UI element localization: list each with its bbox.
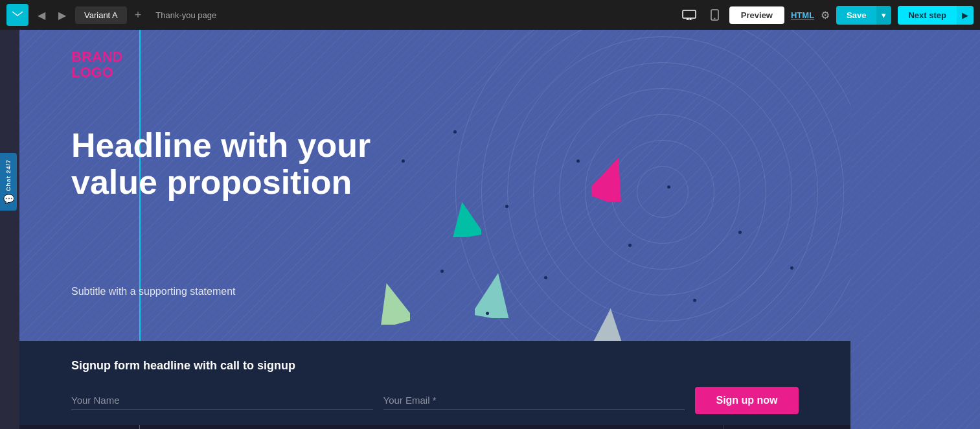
brand-logo[interactable]: BRAND LOGO [71, 49, 122, 80]
hero-subtitle: Subtitle with a supporting statement [71, 286, 235, 297]
save-dropdown-button[interactable]: ▾ [876, 6, 891, 25]
save-button[interactable]: Save [836, 6, 876, 25]
dot-2 [453, 130, 457, 133]
undo-button[interactable]: ◀ [34, 6, 49, 24]
hero-section: BRAND LOGO Headline with your value prop… [19, 30, 850, 341]
nextstep-button[interactable]: Next step [898, 6, 957, 25]
side-panel: Chat 24/7 💬 [0, 30, 19, 429]
chat-label: Chat 24/7 [5, 159, 12, 191]
right-panel-extended [850, 30, 980, 429]
dot-9 [440, 270, 444, 273]
nextstep-arrow-button[interactable]: ▶ [957, 6, 974, 25]
settings-button[interactable]: ⚙ [821, 9, 830, 21]
dot-1 [402, 159, 405, 163]
dot-3 [505, 205, 508, 208]
dot-11 [738, 231, 742, 234]
page-content: BRAND LOGO Headline with your value prop… [19, 30, 850, 429]
svg-marker-9 [374, 283, 410, 325]
chat-widget[interactable]: Chat 24/7 💬 [0, 153, 17, 211]
thankyou-tab[interactable]: Thank-you page [149, 6, 223, 24]
svg-marker-10 [475, 273, 514, 318]
canvas-wrapper: Chat 24/7 💬 BR [0, 30, 980, 429]
circle-8 [637, 166, 689, 218]
signup-submit-button[interactable]: Sign up now [695, 387, 799, 414]
dot-6 [628, 244, 632, 247]
chat-icon: 💬 [3, 194, 14, 204]
name-input[interactable] [71, 391, 373, 410]
toolbar: ◀ ▶ Variant A + Thank-you page Preview H… [0, 0, 980, 30]
red-triangle [591, 156, 630, 202]
svg-marker-11 [591, 308, 627, 341]
dot-5 [576, 159, 580, 163]
html-button[interactable]: HTML [791, 10, 814, 20]
svg-marker-8 [449, 202, 481, 237]
dot-8 [693, 299, 696, 302]
redo-button[interactable]: ▶ [54, 6, 70, 24]
variant-a-tab[interactable]: Variant A [75, 6, 127, 24]
hero-headline: Headline with your value proposition [71, 127, 408, 201]
silver-triangle [591, 308, 627, 341]
teal-triangle [449, 202, 481, 237]
email-input[interactable] [383, 391, 685, 410]
preview-button[interactable]: Preview [729, 6, 784, 24]
dot-4 [544, 276, 547, 279]
signup-form-row: Sign up now [71, 387, 799, 414]
svg-rect-1 [683, 10, 696, 18]
svg-marker-7 [591, 156, 630, 202]
app-logo-icon [6, 4, 28, 26]
mobile-view-button[interactable] [707, 6, 723, 23]
dot-7 [667, 185, 670, 189]
lightgreen-triangle-2 [475, 273, 514, 318]
dot-10 [486, 312, 489, 315]
nextstep-button-group: Next step ▶ [898, 6, 974, 25]
dot-12 [790, 266, 793, 270]
add-tab-button[interactable]: + [132, 8, 144, 22]
lightgreen-triangle-1 [374, 283, 410, 325]
svg-point-6 [714, 18, 715, 19]
desktop-view-button[interactable] [678, 7, 700, 23]
variant-a-label: Variant A [84, 10, 118, 20]
save-button-group: Save ▾ [836, 6, 891, 25]
signup-section: Signup form headline with call to signup… [19, 341, 850, 425]
toolbar-right: Preview HTML ⚙ Save ▾ Next step ▶ [678, 6, 974, 25]
signup-headline: Signup form headline with call to signup [71, 359, 799, 373]
